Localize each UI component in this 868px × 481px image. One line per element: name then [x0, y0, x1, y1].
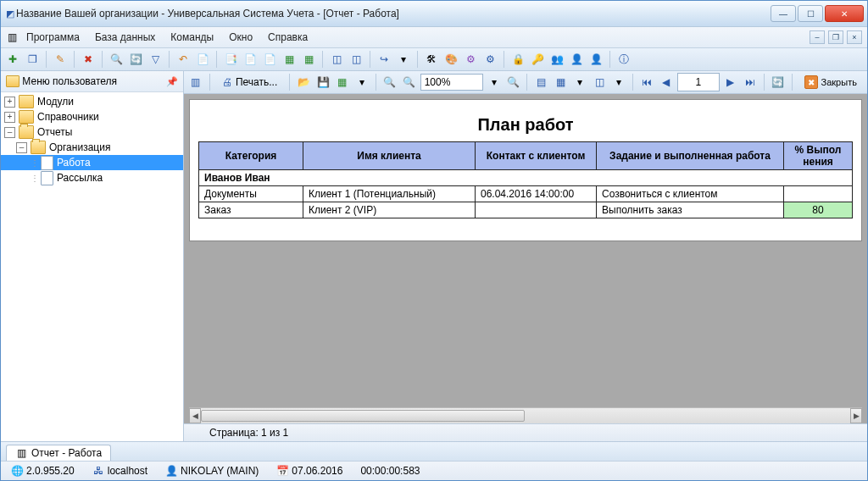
users-icon[interactable]: 👥 [548, 51, 565, 68]
col-contact: Контакт с клиентом [476, 142, 597, 170]
layout3-icon[interactable]: ◫ [591, 74, 608, 91]
report-viewport: План работ Категория Имя клиента Контакт… [184, 94, 867, 441]
open-icon[interactable]: 📂 [295, 74, 312, 91]
layout2-icon[interactable]: ▦ [552, 74, 569, 91]
layout3-dd-icon[interactable]: ▾ [610, 74, 627, 91]
tree-refs[interactable]: +Справочники [1, 109, 183, 124]
host-icon: 🖧 [92, 465, 104, 477]
info-icon[interactable]: ⓘ [615, 51, 632, 68]
close-button[interactable]: ✕ [825, 5, 864, 22]
search-icon[interactable]: 🔍 [108, 51, 125, 68]
delete-icon[interactable]: ✖ [80, 51, 97, 68]
mdi-close-button[interactable]: × [847, 30, 862, 44]
folder-icon [6, 75, 19, 87]
refresh-icon[interactable]: 🔄 [127, 51, 144, 68]
config-icon[interactable]: ⚙ [481, 51, 498, 68]
window-icon[interactable]: ◫ [328, 51, 345, 68]
export-icon[interactable]: ▦ [334, 74, 351, 91]
nav-back-icon[interactable]: ↶ [175, 51, 192, 68]
menu-program[interactable]: Программа [19, 29, 86, 46]
save-icon[interactable]: 💾 [314, 74, 331, 91]
status-user: NIKOLAY (MAIN) [181, 465, 259, 477]
document-icon: ▥ [15, 447, 27, 459]
tree-org[interactable]: –Организация [1, 140, 183, 155]
last-page-icon[interactable]: ⏭ [742, 74, 759, 91]
mdi-restore-button[interactable]: ❐ [828, 30, 843, 44]
window-title: Название Вашей организации - Универсальн… [16, 8, 771, 19]
reload-icon[interactable]: 🔄 [770, 74, 787, 91]
zoom-in-icon[interactable]: 🔍 [401, 74, 418, 91]
page-input[interactable] [677, 73, 720, 91]
minimize-button[interactable]: — [771, 5, 796, 22]
pin-icon[interactable]: 📌 [166, 76, 178, 87]
print-button[interactable]: 🖨Печать... [215, 74, 284, 91]
key-icon[interactable]: 🔑 [529, 51, 546, 68]
maximize-button[interactable]: ☐ [798, 5, 823, 22]
tab-report-work[interactable]: ▥ Отчет - Работа [6, 445, 111, 461]
palette-icon[interactable]: 🎨 [442, 51, 459, 68]
horizontal-scrollbar[interactable]: ◀ ▶ [189, 407, 862, 423]
user-icon[interactable]: 👤 [568, 51, 585, 68]
user2-icon[interactable]: 👤 [587, 51, 604, 68]
zoom-out-icon[interactable]: 🔍 [505, 74, 522, 91]
excel2-icon[interactable]: ▦ [300, 51, 317, 68]
page-status: Страница: 1 из 1 [184, 423, 867, 441]
doc3-icon[interactable]: 📄 [242, 51, 259, 68]
layout1-icon[interactable]: ▤ [532, 74, 549, 91]
zoom-fit-icon[interactable]: 🔍 [381, 74, 398, 91]
scroll-thumb[interactable] [201, 410, 525, 422]
zoom-input[interactable] [420, 74, 483, 91]
filter-icon[interactable]: ▽ [147, 51, 164, 68]
report-icon[interactable]: ▥ [187, 74, 204, 91]
status-version: 2.0.955.20 [26, 465, 75, 477]
tree-reports[interactable]: –Отчеты [1, 124, 183, 140]
first-page-icon[interactable]: ⏮ [638, 74, 655, 91]
tabs-row: ▥ Отчет - Работа [1, 441, 867, 461]
menu-commands[interactable]: Команды [164, 29, 220, 46]
report-gray-area [184, 246, 867, 407]
scroll-right-icon[interactable]: ▶ [850, 408, 862, 423]
tree-modules[interactable]: +Модули [1, 94, 183, 109]
next-page-icon[interactable]: ▶ [722, 74, 739, 91]
add-icon[interactable]: ✚ [4, 51, 21, 68]
zoom-dd-icon[interactable]: ▾ [486, 74, 503, 91]
report-title: План работ [198, 115, 853, 135]
titlebar: ◩ Название Вашей организации - Универсал… [1, 1, 867, 27]
status-time: 00:00:00:583 [360, 465, 420, 477]
scroll-left-icon[interactable]: ◀ [189, 408, 201, 423]
export-dd-icon[interactable]: ▾ [353, 74, 370, 91]
nav-tree: +Модули +Справочники –Отчеты –Организаци… [1, 92, 183, 441]
exit-icon[interactable]: ↪ [376, 51, 392, 68]
layout-dd-icon[interactable]: ▾ [571, 74, 588, 91]
report-toolbar: ▥ 🖨Печать... 📂 💾 ▦ ▾ 🔍 🔍 ▾ 🔍 ▤ ▦ ▾ ◫ [184, 71, 867, 94]
tree-work[interactable]: ⋮Работа [1, 155, 183, 170]
prev-page-icon[interactable]: ◀ [658, 74, 675, 91]
col-pct: % Выпол нения [784, 142, 853, 170]
col-category: Категория [199, 142, 303, 170]
statusbar: 🌐2.0.955.20 🖧localhost 👤NIKOLAY (MAIN) 📅… [1, 461, 867, 480]
status-host: localhost [108, 465, 147, 477]
excel-icon[interactable]: ▦ [281, 51, 298, 68]
tree-mailing[interactable]: ⋮Рассылка [1, 170, 183, 185]
window2-icon[interactable]: ◫ [348, 51, 364, 68]
sidebar-header: Меню пользователя 📌 [1, 71, 183, 92]
menubar: ▥ Программа База данных Команды Окно Спр… [1, 27, 867, 48]
app-menu-icon[interactable]: ▥ [6, 31, 18, 43]
menu-help[interactable]: Справка [261, 29, 314, 46]
menu-database[interactable]: База данных [88, 29, 162, 46]
copy-icon[interactable]: ❐ [24, 51, 41, 68]
dropdown-icon[interactable]: ▾ [395, 51, 412, 68]
settings-icon[interactable]: ⚙ [462, 51, 479, 68]
tools-icon[interactable]: 🛠 [423, 51, 440, 68]
col-task: Задание и выполненная работа [597, 142, 784, 170]
table-row: Документы Клиент 1 (Потенциальный) 06.04… [199, 186, 853, 202]
app-window: ◩ Название Вашей организации - Универсал… [0, 0, 868, 481]
doc4-icon[interactable]: 📄 [261, 51, 278, 68]
report-close-button[interactable]: ✖Закрыть [798, 74, 864, 91]
mdi-minimize-button[interactable]: – [810, 30, 825, 44]
doc2-icon[interactable]: 📑 [222, 51, 239, 68]
doc1-icon[interactable]: 📄 [194, 51, 211, 68]
edit-icon[interactable]: ✎ [52, 51, 69, 68]
lock-icon[interactable]: 🔒 [509, 51, 526, 68]
menu-window[interactable]: Окно [222, 29, 259, 46]
